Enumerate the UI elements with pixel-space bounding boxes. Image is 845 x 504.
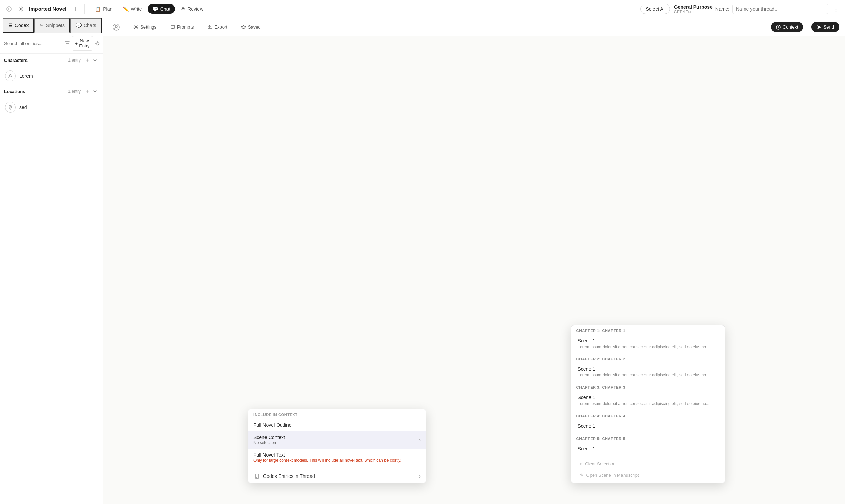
sidebar-tab-codex[interactable]: ☰ Codex <box>3 18 34 33</box>
chapter-4-header: CHAPTER 4: CHAPTER 4 <box>571 410 725 420</box>
search-row: + New Entry <box>0 33 103 54</box>
scene-context-item[interactable]: Scene Context No selection › <box>248 431 426 449</box>
codex-entries-arrow-icon: › <box>419 473 421 479</box>
open-scene-button[interactable]: ✎ Open Scene in Manuscript <box>576 470 719 480</box>
sidebar-tab-bar: ☰ Codex ✂ Snippets 💬 Chats <box>0 18 103 33</box>
edit-icon: ✎ <box>580 473 584 478</box>
location-entry-sed[interactable]: sed <box>0 98 103 116</box>
sidebar-collapse-button[interactable] <box>72 5 80 13</box>
clear-circle-icon: ○ <box>580 461 583 467</box>
ch4-scene1-title: Scene 1 <box>578 423 718 429</box>
chevron-right-icon: › <box>419 437 421 443</box>
app-title: Imported Novel <box>29 6 66 12</box>
main-layout: ☰ Codex ✂ Snippets 💬 Chats + New Entry <box>0 18 845 504</box>
full-novel-outline-item[interactable]: Full Novel Outline <box>248 419 426 431</box>
svg-point-0 <box>7 7 11 11</box>
full-novel-text-warning: Only for large context models. This will… <box>253 458 401 463</box>
new-entry-button[interactable]: + New Entry <box>72 36 94 51</box>
character-icon <box>5 70 16 81</box>
full-novel-text-title: Full Novel Text <box>253 452 401 458</box>
locations-title: Locations <box>4 89 68 94</box>
svg-point-1 <box>21 8 22 10</box>
chapter-1-scene-1[interactable]: Scene 1 Lorem ipsum dolor sit amet, cons… <box>571 335 725 354</box>
settings-gear-icon[interactable] <box>17 4 26 14</box>
scene-panel-footer: ○ Clear Selection ✎ Open Scene in Manusc… <box>571 456 725 483</box>
ch5-scene1-title: Scene 1 <box>578 446 718 451</box>
characters-section-header: Characters 1 entry + <box>0 54 103 67</box>
settings-button[interactable]: Settings <box>129 22 161 32</box>
prompts-button[interactable]: Prompts <box>166 22 198 32</box>
include-in-context-label: INCLUDE IN CONTEXT <box>248 409 426 419</box>
dropdown-divider <box>248 468 426 468</box>
tab-write[interactable]: ✏️ Write <box>118 4 147 14</box>
full-novel-text-item[interactable]: Full Novel Text Only for large context m… <box>248 449 426 466</box>
chapter-5-header: CHAPTER 5: CHAPTER 5 <box>571 433 725 443</box>
collapse-locations-button[interactable] <box>91 88 99 95</box>
sidebar-tab-chats[interactable]: 💬 Chats <box>70 18 102 33</box>
bottom-bar: Settings Prompts Export Saved Context <box>103 18 845 36</box>
chapter-3-header: CHAPTER 3: CHAPTER 3 <box>571 382 725 392</box>
snippets-icon: ✂ <box>40 23 44 28</box>
chapter-1-header: CHAPTER 1: CHAPTER 1 <box>571 325 725 335</box>
ai-info: General Purpose GPT-4 Turbo <box>674 4 713 14</box>
characters-count: 1 entry <box>68 58 81 63</box>
ch1-scene1-preview: Lorem ipsum dolor sit amet, consectetur … <box>578 344 718 350</box>
codex-icon: ☰ <box>8 23 13 28</box>
ai-name: General Purpose <box>674 4 713 10</box>
codex-settings-button[interactable] <box>95 39 100 48</box>
codex-entries-item[interactable]: Codex Entries in Thread › <box>248 469 426 483</box>
review-icon: 👁 <box>181 6 185 12</box>
user-avatar-button[interactable] <box>109 22 124 33</box>
chat-content-area: INCLUDE IN CONTEXT Full Novel Outline Sc… <box>103 18 845 504</box>
ch3-scene1-preview: Lorem ipsum dolor sit amet, consectetur … <box>578 401 718 407</box>
collapse-characters-button[interactable] <box>91 56 99 64</box>
scene-context-sub: No selection <box>253 440 416 445</box>
select-ai-button[interactable]: Select AI <box>640 4 670 14</box>
svg-rect-2 <box>74 7 78 11</box>
chapter-2-header: CHAPTER 2: CHAPTER 2 <box>571 353 725 363</box>
chapter-5-scene-1[interactable]: Scene 1 <box>571 443 725 456</box>
ch1-scene1-title: Scene 1 <box>578 338 718 343</box>
sidebar: ☰ Codex ✂ Snippets 💬 Chats + New Entry <box>0 18 103 504</box>
ch2-scene1-title: Scene 1 <box>578 366 718 372</box>
top-navigation: Imported Novel 📋 Plan ✏️ Write 💬 Chat 👁 … <box>0 0 845 18</box>
svg-point-9 <box>135 26 137 28</box>
ch2-scene1-preview: Lorem ipsum dolor sit amet, consectetur … <box>578 372 718 378</box>
more-options-button[interactable]: ⋮ <box>831 4 841 14</box>
ch3-scene1-title: Scene 1 <box>578 395 718 400</box>
tab-chat[interactable]: 💬 Chat <box>148 4 175 14</box>
tab-plan[interactable]: 📋 Plan <box>90 4 117 14</box>
add-character-button[interactable]: + <box>84 56 91 64</box>
location-name-sed: sed <box>19 105 27 110</box>
filter-button[interactable] <box>65 39 70 48</box>
chapter-4-scene-1[interactable]: Scene 1 <box>571 420 725 433</box>
saved-button[interactable]: Saved <box>237 22 265 32</box>
chapter-2-scene-1[interactable]: Scene 1 Lorem ipsum dolor sit amet, cons… <box>571 363 725 382</box>
divider <box>84 4 85 14</box>
search-input[interactable] <box>3 40 63 47</box>
location-icon <box>5 102 16 113</box>
scene-selection-panel: CHAPTER 1: CHAPTER 1 Scene 1 Lorem ipsum… <box>571 325 725 483</box>
svg-point-3 <box>97 43 98 44</box>
book-icon <box>253 473 260 480</box>
sidebar-tab-snippets[interactable]: ✂ Snippets <box>34 18 70 33</box>
chapter-3-scene-1[interactable]: Scene 1 Lorem ipsum dolor sit amet, cons… <box>571 392 725 410</box>
tab-review[interactable]: 👁 Review <box>176 4 208 14</box>
character-name-lorem: Lorem <box>19 73 33 79</box>
add-location-button[interactable]: + <box>84 88 91 95</box>
context-button[interactable]: Context <box>771 22 803 32</box>
export-button[interactable]: Export <box>203 22 231 32</box>
characters-title: Characters <box>4 58 68 63</box>
back-button[interactable] <box>4 4 14 14</box>
plan-icon: 📋 <box>95 6 101 12</box>
thread-name-input[interactable] <box>732 4 828 14</box>
clear-selection-button[interactable]: ○ Clear Selection <box>576 459 719 469</box>
context-include-dropdown: INCLUDE IN CONTEXT Full Novel Outline Sc… <box>248 409 426 483</box>
codex-entries-label: Codex Entries in Thread <box>263 473 315 479</box>
send-button[interactable]: Send <box>811 22 839 32</box>
chat-icon: 💬 <box>152 6 158 12</box>
character-entry-lorem[interactable]: Lorem <box>0 67 103 85</box>
scene-context-title: Scene Context <box>253 435 416 440</box>
scene-list: CHAPTER 1: CHAPTER 1 Scene 1 Lorem ipsum… <box>571 325 725 456</box>
write-icon: ✏️ <box>123 6 129 12</box>
